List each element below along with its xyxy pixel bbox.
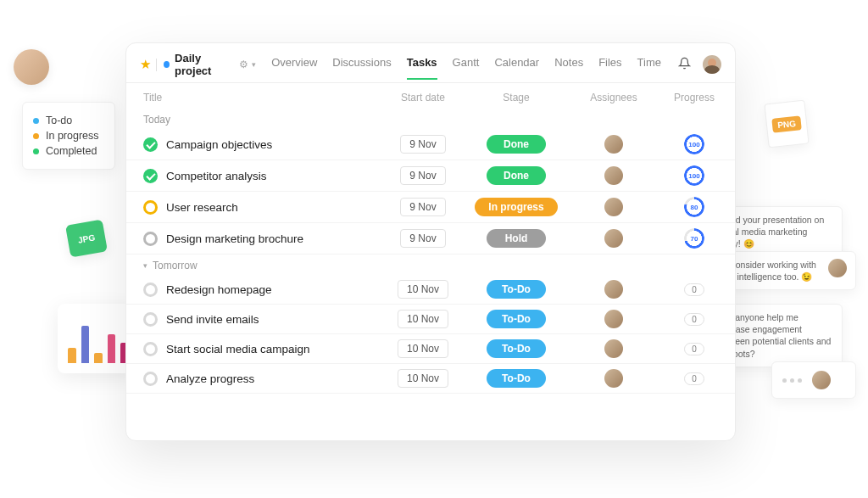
- status-icon-hold[interactable]: [143, 232, 158, 246]
- tab-files[interactable]: Files: [598, 56, 621, 74]
- bar: [94, 353, 103, 363]
- legend-dot-todo: [33, 118, 39, 124]
- assignee-avatar[interactable]: [604, 166, 623, 185]
- tab-gantt[interactable]: Gantt: [453, 56, 480, 74]
- chevron-down-icon[interactable]: ▾: [252, 60, 256, 69]
- col-start: Start date: [381, 92, 465, 104]
- stage-badge[interactable]: To-Do: [487, 369, 546, 388]
- bar: [81, 326, 90, 363]
- task-row[interactable]: Redesign homepage 10 Nov To-Do 0: [126, 275, 735, 305]
- date-pill[interactable]: 9 Nov: [400, 166, 445, 185]
- date-pill[interactable]: 10 Nov: [398, 310, 448, 328]
- tab-overview[interactable]: Overview: [271, 56, 317, 74]
- legend-dot-completed: [33, 148, 39, 154]
- col-assignee: Assignees: [567, 92, 660, 104]
- stage-badge[interactable]: To-Do: [487, 310, 546, 328]
- user-avatar[interactable]: [703, 55, 721, 74]
- project-color-dot: [164, 61, 170, 68]
- group-label: Today: [143, 114, 170, 126]
- date-pill[interactable]: 10 Nov: [398, 369, 448, 388]
- stage-badge[interactable]: In progress: [475, 198, 557, 216]
- assignee-avatar[interactable]: [604, 135, 623, 154]
- typing-dots-icon: [782, 378, 802, 383]
- date-pill[interactable]: 9 Nov: [400, 135, 445, 154]
- view-tabs: Overview Discussions Tasks Gantt Calenda…: [271, 56, 661, 74]
- task-title: Competitor analysis: [166, 170, 267, 182]
- progress-ring[interactable]: 70: [684, 228, 704, 249]
- assignee-avatar[interactable]: [604, 339, 623, 358]
- task-title: User research: [166, 201, 238, 214]
- star-icon[interactable]: ★: [140, 57, 151, 72]
- legend-dot-progress: [33, 133, 39, 139]
- status-legend-card: To-do In progress Completed: [22, 102, 115, 170]
- task-row[interactable]: Campaign objectives 9 Nov Done 100: [126, 129, 735, 160]
- assignee-avatar[interactable]: [604, 280, 623, 299]
- group-header-today[interactable]: Today: [126, 109, 735, 129]
- status-icon-todo[interactable]: [143, 372, 158, 386]
- date-pill[interactable]: 9 Nov: [400, 198, 445, 216]
- tab-time[interactable]: Time: [637, 56, 661, 74]
- bell-icon[interactable]: [678, 57, 691, 72]
- col-title: Title: [143, 92, 381, 104]
- progress-pill[interactable]: 0: [684, 283, 704, 296]
- status-icon-todo[interactable]: [143, 312, 158, 327]
- task-row[interactable]: User research 9 Nov In progress 80: [126, 192, 735, 223]
- assignee-avatar[interactable]: [604, 229, 623, 248]
- chevron-down-icon[interactable]: ▾: [143, 261, 147, 270]
- status-icon-done[interactable]: [143, 137, 158, 152]
- task-row[interactable]: Send invite emails 10 Nov To-Do 0: [126, 305, 735, 334]
- column-headers: Title Start date Stage Assignees Progres…: [126, 83, 735, 109]
- stage-badge[interactable]: Done: [487, 166, 546, 185]
- stage-badge[interactable]: Hold: [487, 229, 546, 248]
- jpg-label: JPG: [77, 232, 96, 244]
- stage-badge[interactable]: Done: [487, 135, 546, 154]
- bar: [108, 334, 116, 363]
- progress-pill[interactable]: 0: [684, 313, 704, 326]
- legend-label: To-do: [46, 115, 72, 126]
- png-label: PNG: [771, 115, 801, 132]
- task-row[interactable]: Analyze progress 10 Nov To-Do 0: [126, 364, 735, 394]
- date-pill[interactable]: 9 Nov: [400, 229, 445, 248]
- floating-user-avatar: [14, 49, 49, 85]
- task-title: Redesign homepage: [166, 283, 272, 296]
- status-icon-todo[interactable]: [143, 342, 158, 356]
- project-title[interactable]: Daily project: [175, 52, 234, 77]
- task-title: Campaign objectives: [166, 138, 272, 151]
- progress-pill[interactable]: 0: [684, 372, 704, 385]
- group-header-tomorrow[interactable]: ▾ Tomorrow: [126, 255, 735, 275]
- task-title: Send invite emails: [166, 313, 259, 326]
- header-actions: [678, 55, 721, 74]
- comment-avatar: [828, 259, 847, 277]
- date-pill[interactable]: 10 Nov: [398, 339, 448, 358]
- assignee-avatar[interactable]: [604, 310, 623, 328]
- status-icon-progress[interactable]: [143, 200, 158, 215]
- progress-ring[interactable]: 100: [684, 165, 704, 186]
- tab-calendar[interactable]: Calendar: [494, 56, 539, 74]
- task-row[interactable]: Start social media campaign 10 Nov To-Do…: [126, 334, 735, 364]
- assignee-avatar[interactable]: [604, 369, 623, 388]
- png-file-badge: PNG: [764, 100, 809, 148]
- task-title: Design marketing brochure: [166, 232, 303, 245]
- legend-row: To-do: [33, 115, 99, 126]
- legend-row: In progress: [33, 130, 99, 142]
- progress-value: 70: [691, 235, 698, 243]
- progress-value: 100: [688, 141, 699, 148]
- task-title: Analyze progress: [166, 372, 254, 385]
- status-icon-done[interactable]: [143, 169, 158, 183]
- tab-notes[interactable]: Notes: [554, 56, 583, 74]
- progress-ring[interactable]: 80: [684, 197, 704, 217]
- task-row[interactable]: Competitor analysis 9 Nov Done 100: [126, 160, 735, 192]
- stage-badge[interactable]: To-Do: [487, 280, 546, 299]
- date-pill[interactable]: 10 Nov: [398, 280, 448, 299]
- tab-discussions[interactable]: Discussions: [332, 56, 391, 74]
- progress-ring[interactable]: 100: [684, 134, 704, 154]
- status-icon-todo[interactable]: [143, 283, 158, 297]
- stage-badge[interactable]: To-Do: [487, 339, 546, 358]
- assignee-avatar[interactable]: [604, 198, 623, 216]
- progress-value: 80: [691, 204, 698, 211]
- task-row[interactable]: Design marketing brochure 9 Nov Hold 70: [126, 223, 735, 255]
- tab-tasks[interactable]: Tasks: [407, 56, 437, 74]
- gear-icon[interactable]: ⚙: [239, 59, 248, 70]
- task-title: Start social media campaign: [166, 343, 310, 355]
- progress-pill[interactable]: 0: [684, 343, 704, 355]
